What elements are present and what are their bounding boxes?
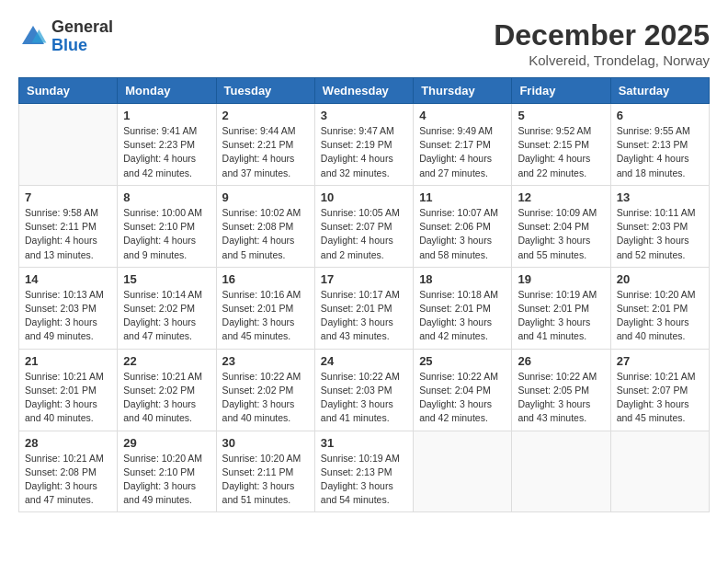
calendar-day-cell: 25Sunrise: 10:22 AM Sunset: 2:04 PM Dayl… [414, 349, 512, 431]
day-number: 1 [123, 109, 210, 122]
calendar-table: SundayMondayTuesdayWednesdayThursdayFrid… [18, 77, 710, 512]
day-number: 29 [123, 436, 210, 450]
calendar-day-cell: 5Sunrise: 9:52 AM Sunset: 2:15 PM Daylig… [512, 104, 610, 186]
calendar-day-cell [19, 104, 118, 186]
logo-blue-text: Blue [51, 36, 87, 54]
calendar-day-cell: 7Sunrise: 9:58 AM Sunset: 2:11 PM Daylig… [19, 185, 118, 267]
calendar-day-cell: 14Sunrise: 10:13 AM Sunset: 2:03 PM Dayl… [19, 267, 118, 349]
calendar-day-cell: 15Sunrise: 10:14 AM Sunset: 2:02 PM Dayl… [118, 267, 216, 349]
day-number: 14 [25, 272, 111, 286]
calendar-day-cell: 19Sunrise: 10:19 AM Sunset: 2:01 PM Dayl… [512, 267, 610, 349]
day-number: 9 [222, 190, 309, 204]
day-info: Sunrise: 10:17 AM Sunset: 2:01 PM Daylig… [321, 288, 407, 344]
day-number: 17 [321, 272, 407, 286]
day-info: Sunrise: 10:21 AM Sunset: 2:01 PM Daylig… [25, 370, 111, 426]
calendar-day-cell: 12Sunrise: 10:09 AM Sunset: 2:04 PM Dayl… [512, 185, 610, 267]
calendar-week-row: 7Sunrise: 9:58 AM Sunset: 2:11 PM Daylig… [19, 185, 710, 267]
day-of-week-header: Thursday [414, 78, 512, 104]
day-number: 5 [518, 109, 604, 122]
day-of-week-header: Wednesday [314, 78, 413, 104]
month-title: December 2025 [494, 18, 710, 52]
day-info: Sunrise: 10:21 AM Sunset: 2:07 PM Daylig… [617, 370, 703, 426]
day-info: Sunrise: 10:13 AM Sunset: 2:03 PM Daylig… [25, 288, 111, 344]
calendar-day-cell: 18Sunrise: 10:18 AM Sunset: 2:01 PM Dayl… [414, 267, 512, 349]
day-number: 24 [321, 354, 407, 368]
day-number: 28 [25, 436, 111, 450]
calendar-day-cell: 6Sunrise: 9:55 AM Sunset: 2:13 PM Daylig… [610, 104, 709, 186]
day-number: 11 [419, 190, 506, 204]
calendar-week-row: 14Sunrise: 10:13 AM Sunset: 2:03 PM Dayl… [19, 267, 710, 349]
day-info: Sunrise: 9:55 AM Sunset: 2:13 PM Dayligh… [617, 124, 703, 180]
logo-general-text: General [51, 17, 113, 36]
day-info: Sunrise: 10:20 AM Sunset: 2:11 PM Daylig… [222, 452, 309, 508]
calendar-day-cell: 2Sunrise: 9:44 AM Sunset: 2:21 PM Daylig… [216, 104, 314, 186]
calendar-day-cell: 26Sunrise: 10:22 AM Sunset: 2:05 PM Dayl… [512, 349, 610, 431]
day-number: 23 [222, 354, 309, 368]
day-number: 30 [222, 436, 309, 450]
day-info: Sunrise: 10:14 AM Sunset: 2:02 PM Daylig… [123, 288, 210, 344]
day-number: 12 [518, 190, 604, 204]
calendar-day-cell: 23Sunrise: 10:22 AM Sunset: 2:02 PM Dayl… [216, 349, 314, 431]
calendar-day-cell: 29Sunrise: 10:20 AM Sunset: 2:10 PM Dayl… [118, 431, 216, 512]
day-number: 13 [617, 190, 703, 204]
calendar-day-cell: 4Sunrise: 9:49 AM Sunset: 2:17 PM Daylig… [414, 104, 512, 186]
logo: General Blue [18, 18, 113, 55]
calendar-day-cell: 13Sunrise: 10:11 AM Sunset: 2:03 PM Dayl… [610, 185, 709, 267]
calendar-day-cell: 11Sunrise: 10:07 AM Sunset: 2:06 PM Dayl… [414, 185, 512, 267]
calendar-day-cell: 3Sunrise: 9:47 AM Sunset: 2:19 PM Daylig… [314, 104, 413, 186]
title-area: December 2025 Kolvereid, Trondelag, Norw… [494, 18, 710, 68]
day-info: Sunrise: 9:47 AM Sunset: 2:19 PM Dayligh… [321, 124, 407, 180]
day-info: Sunrise: 10:19 AM Sunset: 2:01 PM Daylig… [518, 288, 604, 344]
day-number: 16 [222, 272, 309, 286]
day-of-week-header: Monday [118, 78, 216, 104]
day-number: 27 [617, 354, 703, 368]
day-number: 2 [222, 109, 309, 122]
day-number: 7 [25, 190, 111, 204]
calendar-day-cell: 27Sunrise: 10:21 AM Sunset: 2:07 PM Dayl… [610, 349, 709, 431]
day-info: Sunrise: 10:16 AM Sunset: 2:01 PM Daylig… [222, 288, 309, 344]
calendar-day-cell: 9Sunrise: 10:02 AM Sunset: 2:08 PM Dayli… [216, 185, 314, 267]
day-number: 4 [419, 109, 506, 122]
day-info: Sunrise: 10:21 AM Sunset: 2:08 PM Daylig… [25, 452, 111, 508]
calendar-day-cell: 24Sunrise: 10:22 AM Sunset: 2:03 PM Dayl… [314, 349, 413, 431]
calendar-day-cell: 8Sunrise: 10:00 AM Sunset: 2:10 PM Dayli… [118, 185, 216, 267]
location: Kolvereid, Trondelag, Norway [494, 52, 710, 68]
day-info: Sunrise: 10:20 AM Sunset: 2:10 PM Daylig… [123, 452, 210, 508]
day-number: 21 [25, 354, 111, 368]
day-number: 10 [321, 190, 407, 204]
calendar-day-cell: 21Sunrise: 10:21 AM Sunset: 2:01 PM Dayl… [19, 349, 118, 431]
day-info: Sunrise: 10:21 AM Sunset: 2:02 PM Daylig… [123, 370, 210, 426]
day-info: Sunrise: 10:20 AM Sunset: 2:01 PM Daylig… [617, 288, 703, 344]
calendar-week-row: 1Sunrise: 9:41 AM Sunset: 2:23 PM Daylig… [19, 104, 710, 186]
day-info: Sunrise: 10:11 AM Sunset: 2:03 PM Daylig… [617, 206, 703, 262]
calendar-day-cell: 20Sunrise: 10:20 AM Sunset: 2:01 PM Dayl… [610, 267, 709, 349]
header: General Blue December 2025 Kolvereid, Tr… [18, 18, 710, 68]
calendar-day-cell [610, 431, 709, 512]
day-number: 25 [419, 354, 506, 368]
day-info: Sunrise: 9:41 AM Sunset: 2:23 PM Dayligh… [123, 124, 210, 180]
calendar-week-row: 28Sunrise: 10:21 AM Sunset: 2:08 PM Dayl… [19, 431, 710, 512]
day-number: 8 [123, 190, 210, 204]
calendar-day-cell [414, 431, 512, 512]
calendar-day-cell: 22Sunrise: 10:21 AM Sunset: 2:02 PM Dayl… [118, 349, 216, 431]
day-info: Sunrise: 10:22 AM Sunset: 2:02 PM Daylig… [222, 370, 309, 426]
day-info: Sunrise: 10:05 AM Sunset: 2:07 PM Daylig… [321, 206, 407, 262]
day-number: 19 [518, 272, 604, 286]
day-of-week-header: Friday [512, 78, 610, 104]
day-number: 22 [123, 354, 210, 368]
day-number: 3 [321, 109, 407, 122]
day-number: 31 [321, 436, 407, 450]
day-info: Sunrise: 10:22 AM Sunset: 2:03 PM Daylig… [321, 370, 407, 426]
day-number: 18 [419, 272, 506, 286]
day-info: Sunrise: 10:22 AM Sunset: 2:04 PM Daylig… [419, 370, 506, 426]
day-of-week-header: Saturday [610, 78, 709, 104]
day-info: Sunrise: 10:18 AM Sunset: 2:01 PM Daylig… [419, 288, 506, 344]
day-info: Sunrise: 9:44 AM Sunset: 2:21 PM Dayligh… [222, 124, 309, 180]
calendar-day-cell: 28Sunrise: 10:21 AM Sunset: 2:08 PM Dayl… [19, 431, 118, 512]
day-info: Sunrise: 10:19 AM Sunset: 2:13 PM Daylig… [321, 452, 407, 508]
calendar-day-cell: 16Sunrise: 10:16 AM Sunset: 2:01 PM Dayl… [216, 267, 314, 349]
day-info: Sunrise: 10:07 AM Sunset: 2:06 PM Daylig… [419, 206, 506, 262]
calendar-day-cell: 31Sunrise: 10:19 AM Sunset: 2:13 PM Dayl… [314, 431, 413, 512]
day-info: Sunrise: 9:52 AM Sunset: 2:15 PM Dayligh… [518, 124, 604, 180]
day-info: Sunrise: 9:49 AM Sunset: 2:17 PM Dayligh… [419, 124, 506, 180]
